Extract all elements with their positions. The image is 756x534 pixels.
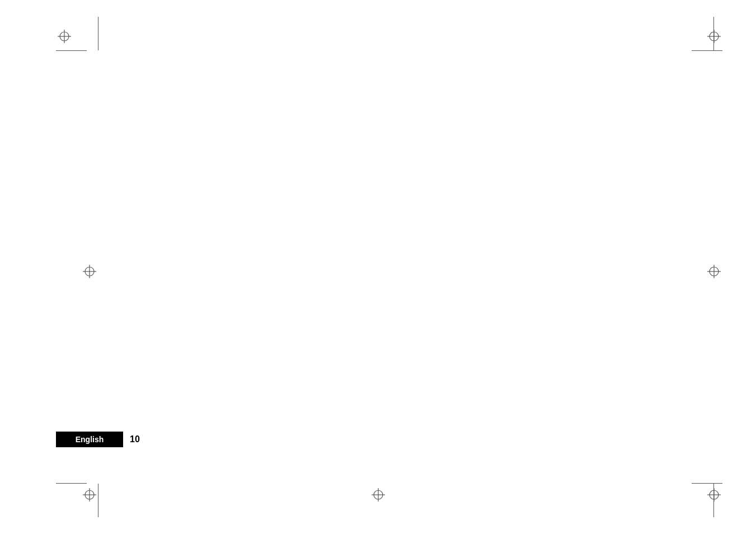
top-right-registration-mark — [706, 28, 722, 45]
page-container: English 10 — [0, 0, 756, 534]
bot-left-horizontal-line — [56, 483, 87, 484]
top-left-horizontal-line — [56, 50, 87, 51]
footer-label-area: English 10 — [56, 432, 140, 447]
top-left-registration-mark — [56, 28, 73, 45]
bot-right-horizontal-line — [692, 483, 722, 484]
mid-left-registration-mark — [81, 263, 98, 280]
language-badge: English — [56, 432, 123, 447]
bot-left-registration-mark — [81, 486, 98, 503]
bot-left-vertical-line — [98, 484, 98, 517]
page-number: 10 — [130, 434, 140, 444]
top-left-vertical-line — [98, 17, 98, 50]
top-right-horizontal-line — [692, 50, 722, 51]
mid-right-registration-mark — [706, 263, 722, 280]
bot-right-registration-mark — [706, 486, 722, 503]
bot-center-registration-mark — [370, 486, 387, 503]
